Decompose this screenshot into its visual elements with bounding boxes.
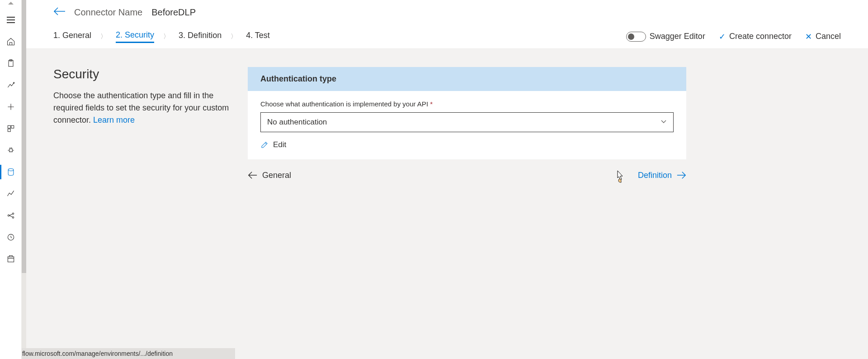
tab-general[interactable]: 1. General [53,31,91,42]
my-flows-icon[interactable] [0,74,22,96]
pointer-cursor-icon [614,170,626,185]
connector-name-value: BeforeDLP [151,7,196,18]
prev-step-label: General [262,171,291,180]
solutions-icon[interactable] [0,248,22,270]
data-icon[interactable] [0,161,22,183]
scrollbar-track[interactable] [22,0,26,359]
svg-point-2 [13,82,14,84]
status-bar: emea.flow.microsoft.com/manage/environme… [0,348,235,359]
scrollbar-thumb[interactable] [22,0,26,273]
header-row: Connector Name BeforeDLP [26,0,868,24]
toggle-off-icon[interactable] [626,32,646,42]
prev-step-button[interactable]: General [248,170,291,180]
svg-point-9 [12,217,14,218]
left-rail [0,0,22,359]
svg-point-6 [8,169,14,171]
swagger-editor-toggle[interactable]: Swagger Editor [626,32,705,42]
back-arrow-icon[interactable] [53,7,65,18]
ai-builder-icon[interactable] [0,205,22,226]
action-items-icon[interactable] [0,53,22,74]
status-url: emea.flow.microsoft.com/manage/environme… [5,350,173,357]
svg-rect-11 [8,257,14,262]
checkmark-icon: ✓ [719,32,726,42]
edit-button[interactable]: Edit [260,140,674,149]
templates-icon[interactable] [0,118,22,139]
chevron-down-icon [660,118,667,127]
home-icon[interactable] [0,31,22,53]
swagger-editor-label: Swagger Editor [650,32,705,41]
edit-label: Edit [273,140,286,149]
monitor-icon[interactable] [0,183,22,205]
required-indicator: * [430,100,433,108]
page-description: Choose the authentication type and fill … [53,91,229,124]
cancel-button[interactable]: ✕ Cancel [805,32,841,42]
svg-rect-3 [8,125,10,128]
chevron-right-icon: 〉 [231,33,237,41]
tab-definition[interactable]: 3. Definition [179,31,222,42]
scroll-up-hint [8,2,14,5]
create-connector-label: Create connector [729,32,792,41]
next-step-button[interactable]: Definition [638,170,686,180]
create-connector-button[interactable]: ✓ Create connector [719,32,792,42]
authentication-card: Authentication type Choose what authenti… [248,67,686,159]
cancel-label: Cancel [816,32,841,41]
learn-more-link[interactable]: Learn more [93,115,135,124]
process-advisor-icon[interactable] [0,226,22,248]
authentication-card-header: Authentication type [248,67,686,91]
create-icon[interactable] [0,96,22,118]
chevron-right-icon: 〉 [163,33,170,41]
svg-rect-4 [11,125,14,128]
next-step-label: Definition [638,171,672,180]
arrow-right-icon [676,170,686,180]
page-title: Security [53,67,230,81]
tab-security[interactable]: 2. Security [116,30,154,43]
chevron-right-icon: 〉 [100,33,107,41]
edit-icon [260,141,269,149]
close-icon: ✕ [805,32,812,42]
svg-rect-5 [8,129,10,132]
connector-name-label: Connector Name [74,7,142,18]
security-description-pane: Security Choose the authentication type … [53,67,230,180]
authentication-type-select[interactable]: No authentication [260,112,674,132]
wizard-tabs-row: 1. General 〉 2. Security 〉 3. Definition… [26,24,868,49]
auth-field-label: Choose what authentication is implemente… [260,100,674,108]
menu-icon[interactable] [0,9,22,31]
connectors-icon[interactable] [0,139,22,161]
svg-point-7 [8,215,9,216]
svg-point-8 [12,213,14,214]
select-value: No authentication [267,118,327,127]
arrow-left-icon [248,170,258,180]
tab-test[interactable]: 4. Test [246,31,270,42]
